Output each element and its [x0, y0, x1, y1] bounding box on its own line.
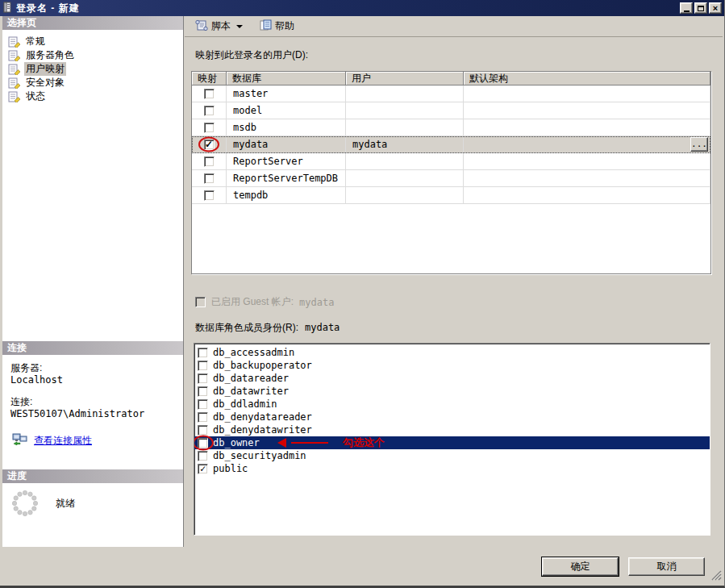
left-panel: 选择页 常规 服务器角色 — [2, 16, 184, 547]
progress-spinner-icon — [10, 489, 40, 520]
map-checkbox[interactable] — [204, 89, 215, 99]
role-checkbox[interactable] — [198, 361, 208, 371]
column-header-user[interactable]: 用户 — [346, 72, 464, 85]
mapped-user[interactable] — [346, 119, 464, 136]
map-checkbox[interactable] — [204, 106, 215, 116]
default-schema[interactable] — [464, 119, 710, 136]
database-roles-list: db_accessadmin db_backupoperator db_data… — [194, 343, 710, 536]
sidebar-page-item-label: 状态 — [24, 90, 47, 103]
map-checkbox[interactable] — [204, 123, 215, 133]
database-mapping-row[interactable]: model — [192, 102, 710, 119]
progress-panel: 就绪 — [2, 483, 183, 547]
sidebar-page-item-label: 安全对象 — [24, 76, 66, 90]
role-checkbox[interactable] — [198, 412, 208, 423]
role-checkbox[interactable] — [198, 451, 208, 461]
maximize-icon — [698, 6, 704, 11]
database-role-row[interactable]: db_securityadmin — [194, 449, 710, 462]
role-name: db_ddladmin — [213, 398, 277, 410]
sidebar-page-item[interactable]: 用户映射 — [2, 62, 183, 76]
mapped-user[interactable] — [346, 85, 464, 102]
minimize-button[interactable] — [680, 2, 693, 14]
toolbar: 脚本 帮助 — [185, 16, 723, 37]
database-name: tempdb — [227, 187, 346, 204]
roles-database-value: mydata — [305, 322, 340, 333]
database-role-row[interactable]: db_ddladmin — [194, 398, 710, 411]
column-header-default-schema[interactable]: 默认架构 — [464, 72, 710, 85]
sidebar-page-item[interactable]: 常规 — [2, 35, 183, 48]
connection-label: 连接: — [10, 396, 175, 408]
database-name: ReportServer — [227, 153, 346, 170]
map-checkbox[interactable] — [204, 173, 215, 184]
default-schema[interactable] — [464, 102, 710, 119]
database-mapping-row[interactable]: ReportServerTempDB — [192, 170, 710, 187]
database-name: model — [227, 102, 346, 119]
select-page-header: 选择页 — [2, 16, 183, 30]
role-checkbox[interactable] — [198, 348, 208, 358]
default-schema[interactable] — [464, 153, 710, 170]
cancel-button[interactable]: 取消 — [628, 557, 705, 576]
map-checkbox[interactable] — [204, 156, 215, 167]
browse-default-schema-button[interactable]: ... — [690, 137, 708, 152]
page-pencil-icon — [8, 91, 21, 102]
mapped-user[interactable] — [346, 102, 464, 119]
default-schema[interactable] — [464, 170, 710, 187]
database-role-row[interactable]: db_denydatareader — [194, 411, 710, 423]
role-checkbox[interactable] — [198, 464, 208, 474]
roles-label: 数据库角色成员身份(R): — [195, 321, 298, 335]
mapped-user[interactable] — [346, 187, 464, 204]
ok-button[interactable]: 确定 — [542, 557, 619, 576]
database-name: msdb — [227, 119, 346, 136]
database-mapping-row[interactable]: msdb — [192, 119, 710, 136]
database-role-row[interactable]: db_datareader — [194, 372, 710, 385]
resize-grip[interactable] — [709, 568, 722, 581]
role-checkbox[interactable] — [198, 386, 208, 397]
map-checkbox[interactable] — [204, 190, 215, 201]
column-header-database[interactable]: 数据库 — [227, 72, 346, 85]
default-schema[interactable] — [464, 187, 710, 204]
database-mapping-row[interactable]: mydata mydata ... — [192, 136, 710, 153]
script-button[interactable]: 脚本 — [192, 18, 245, 35]
database-role-row[interactable]: public — [194, 462, 710, 475]
mapped-user[interactable]: mydata — [346, 136, 464, 153]
sidebar-page-item[interactable]: 状态 — [2, 90, 183, 103]
database-role-row[interactable]: db_denydatawriter — [194, 423, 710, 436]
script-button-label: 脚本 — [211, 19, 231, 33]
role-checkbox[interactable] — [198, 438, 208, 448]
progress-header: 进度 — [2, 469, 183, 483]
login-dialog-icon — [2, 2, 13, 15]
login-new-dialog: 登录名 - 新建 × 选择页 常规 — [0, 0, 725, 588]
footer: 确定 取消 — [0, 547, 724, 586]
maximize-button[interactable] — [694, 2, 707, 14]
page-pencil-icon — [8, 36, 21, 48]
titlebar[interactable]: 登录名 - 新建 × — [0, 0, 724, 16]
database-role-row[interactable]: db_backupoperator — [194, 359, 710, 372]
database-mapping-row[interactable]: master — [192, 85, 710, 102]
sidebar-page-item-label: 服务器角色 — [24, 48, 76, 62]
role-checkbox[interactable] — [198, 373, 208, 384]
database-role-row[interactable]: db_owner 勾选这个 — [194, 436, 710, 449]
default-schema[interactable] — [464, 85, 710, 102]
sidebar-page-item[interactable]: 安全对象 — [2, 76, 183, 90]
mapped-user[interactable] — [346, 153, 464, 170]
default-schema[interactable] — [464, 136, 710, 153]
close-button[interactable]: × — [709, 2, 722, 14]
page-tree: 常规 服务器角色 用户映射 — [2, 30, 183, 341]
role-checkbox[interactable] — [198, 399, 208, 410]
database-role-row[interactable]: db_datawriter — [194, 385, 710, 398]
view-connection-properties-link[interactable]: 查看连接属性 — [34, 435, 92, 447]
help-button[interactable]: 帮助 — [256, 18, 297, 35]
role-name: db_owner — [213, 437, 260, 448]
role-checkbox[interactable] — [198, 425, 208, 436]
database-mapping-row[interactable]: ReportServer — [192, 153, 710, 170]
column-header-map[interactable]: 映射 — [192, 72, 227, 85]
server-label: 服务器: — [10, 362, 175, 374]
guest-enabled-label: 已启用 Guest 帐户: — [211, 295, 294, 309]
sidebar-page-item[interactable]: 服务器角色 — [2, 48, 183, 62]
map-checkbox[interactable] — [204, 140, 215, 150]
script-dropdown-caret[interactable] — [236, 25, 243, 28]
database-mapping-row[interactable]: tempdb — [192, 187, 710, 204]
annotation-text: 勾选这个 — [343, 436, 385, 450]
mapped-user[interactable] — [346, 170, 464, 187]
database-role-row[interactable]: db_accessadmin — [194, 346, 710, 359]
page-pencil-icon — [8, 77, 21, 89]
